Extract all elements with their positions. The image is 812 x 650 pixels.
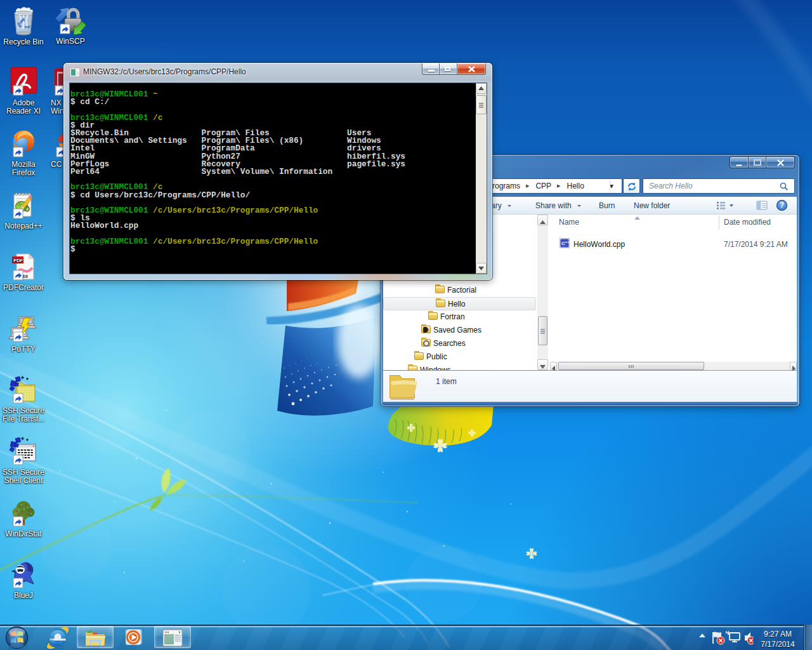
svg-text:PDF: PDF: [13, 258, 23, 263]
svg-text:++: ++: [565, 240, 570, 244]
